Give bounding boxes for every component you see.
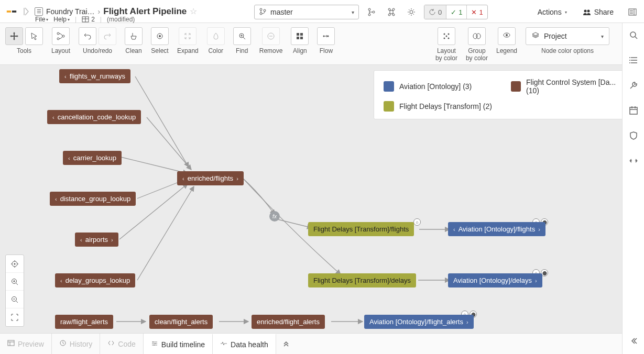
share-icon: [583, 8, 591, 16]
legend-fcs[interactable]: Flight Control System [Da... (10): [511, 78, 626, 95]
tab-preview[interactable]: Preview: [0, 334, 52, 354]
menu-help[interactable]: Help▾: [53, 16, 70, 23]
panel-toggle-icon[interactable]: [625, 5, 640, 19]
node-delay-groups-lookup[interactable]: ‹delay_groups_lookup: [55, 273, 135, 287]
rail-calendar-icon[interactable]: [627, 104, 640, 117]
canvas-area[interactable]: Aviation [Ontology] (3) Flight Control S…: [0, 65, 644, 333]
rail-collapse-icon[interactable]: [627, 334, 640, 348]
svg-point-38: [443, 38, 445, 39]
group-by-color-label: Group by color: [466, 47, 488, 62]
node-av-flight-alerts[interactable]: Aviation [Ontology]/flight_alerts›: [364, 315, 474, 329]
error-status[interactable]: ✕ 1: [467, 5, 487, 19]
tool-select[interactable]: [151, 27, 169, 45]
node-fd-delays[interactable]: Flight Delays [Transform]/delays: [308, 273, 416, 287]
bottom-tabs: Preview History Code Build timeline Data…: [0, 333, 644, 354]
svg-rect-30: [297, 33, 299, 36]
align-label: Align: [293, 47, 307, 54]
tool-flow[interactable]: [317, 27, 335, 45]
node-color-select[interactable]: Project ▾: [526, 27, 609, 45]
tool-color[interactable]: [207, 27, 225, 45]
svg-point-73: [629, 57, 630, 58]
svg-point-66: [155, 343, 156, 344]
svg-line-25: [243, 37, 245, 39]
tool-legend[interactable]: [498, 27, 516, 45]
svg-line-69: [635, 37, 637, 39]
node-badge[interactable]: ⌂: [413, 218, 421, 226]
tool-redo[interactable]: [99, 27, 116, 45]
rail-list-icon[interactable]: [627, 53, 640, 67]
menu-file[interactable]: File▾: [35, 16, 48, 23]
tool-layout[interactable]: [52, 27, 70, 45]
tab-count[interactable]: 2: [82, 16, 95, 23]
tool-layout-by-color[interactable]: [438, 27, 455, 45]
zoom-in-button[interactable]: [6, 273, 24, 291]
rail-search-icon[interactable]: [627, 28, 640, 42]
svg-point-68: [630, 32, 636, 37]
node-flights-w-runways[interactable]: ‹flights_w_runways: [59, 69, 130, 83]
folder-icon: ☰: [35, 7, 43, 16]
svg-point-34: [323, 36, 325, 37]
tab-build[interactable]: Build timeline: [144, 334, 213, 354]
svg-point-75: [629, 62, 630, 63]
node-enriched-flight-alerts[interactable]: enriched/flight_alerts: [252, 315, 325, 329]
svg-rect-33: [300, 37, 303, 39]
actions-button[interactable]: Actions▾: [533, 6, 571, 18]
svg-point-40: [445, 36, 447, 37]
branch-select[interactable]: master ▾: [254, 5, 359, 19]
tool-move[interactable]: [5, 27, 23, 45]
tool-pointer[interactable]: [25, 27, 43, 45]
node-enriched-flights[interactable]: ‹enriched/flights›: [177, 171, 244, 185]
node-cancellation-code-lookup[interactable]: ‹cancellation_code_lookup: [47, 110, 141, 124]
tool-undo[interactable]: [79, 27, 96, 45]
tab-health[interactable]: Data health: [213, 334, 276, 354]
right-rail: [622, 23, 644, 354]
breadcrumb-parent[interactable]: Foundry Trai…: [46, 7, 95, 16]
tab-code[interactable]: Code: [100, 334, 143, 354]
tool-find[interactable]: [233, 27, 251, 45]
node-airports[interactable]: ‹airports›: [75, 233, 118, 247]
locate-button[interactable]: [6, 255, 24, 273]
divider-icon: [23, 6, 30, 17]
remove-label: Remove: [259, 47, 283, 54]
tool-remove[interactable]: [262, 27, 280, 45]
layout-label: Layout: [51, 47, 70, 54]
node-distance-group-lookup[interactable]: ‹distance_group_lookup: [50, 192, 136, 206]
tool-align[interactable]: [291, 27, 309, 45]
node-fd-flights[interactable]: Flight Delays [Transform]/flights: [308, 222, 414, 236]
svg-point-67: [154, 345, 155, 346]
fullscreen-button[interactable]: [6, 308, 24, 326]
undoredo-label: Undo/redo: [83, 47, 112, 54]
fx-badge[interactable]: fx: [269, 211, 280, 222]
page-title: Flight Alert Pipeline: [103, 6, 187, 17]
svg-rect-0: [7, 10, 11, 13]
rail-expand-icon[interactable]: [627, 154, 640, 168]
svg-rect-1: [12, 10, 16, 13]
gear-icon[interactable]: [404, 5, 419, 19]
star-icon[interactable]: ☆: [190, 6, 197, 16]
command-icon[interactable]: [384, 5, 399, 19]
svg-point-21: [62, 35, 64, 37]
share-button[interactable]: Share: [578, 6, 618, 18]
tool-clean[interactable]: [125, 27, 143, 45]
legend-aviation[interactable]: Aviation [Ontology] (3): [384, 78, 498, 95]
rail-wrench-icon[interactable]: [627, 79, 640, 92]
legend-delays[interactable]: Flight Delays [Transform] (2): [384, 101, 498, 112]
tool-group-by-color[interactable]: [468, 27, 486, 45]
svg-point-36: [443, 34, 445, 35]
refresh-status[interactable]: 0: [424, 5, 446, 19]
collapse-tabs-button[interactable]: [276, 339, 296, 348]
node-raw-flight-alerts[interactable]: raw/flight_alerts: [55, 315, 113, 329]
ok-status[interactable]: ✓ 1: [446, 5, 467, 19]
node-carrier-lookup[interactable]: ‹carrier_lookup: [63, 151, 122, 165]
node-clean-flight-alerts[interactable]: clean/flight_alerts: [149, 315, 213, 329]
svg-rect-58: [8, 340, 14, 346]
node-av-delays[interactable]: Aviation [Ontology]/delays›: [448, 273, 542, 287]
tab-history[interactable]: History: [52, 334, 101, 354]
zoom-out-button[interactable]: [6, 291, 24, 308]
merge-icon[interactable]: [364, 5, 379, 19]
tool-expand[interactable]: [179, 27, 197, 45]
rail-shield-icon[interactable]: [627, 129, 640, 142]
svg-point-7: [264, 9, 266, 12]
node-av-flights[interactable]: ‹Aviation [Ontology]/flights›: [448, 222, 545, 236]
build-status[interactable]: 0 ✓ 1 ✕ 1: [424, 5, 488, 19]
